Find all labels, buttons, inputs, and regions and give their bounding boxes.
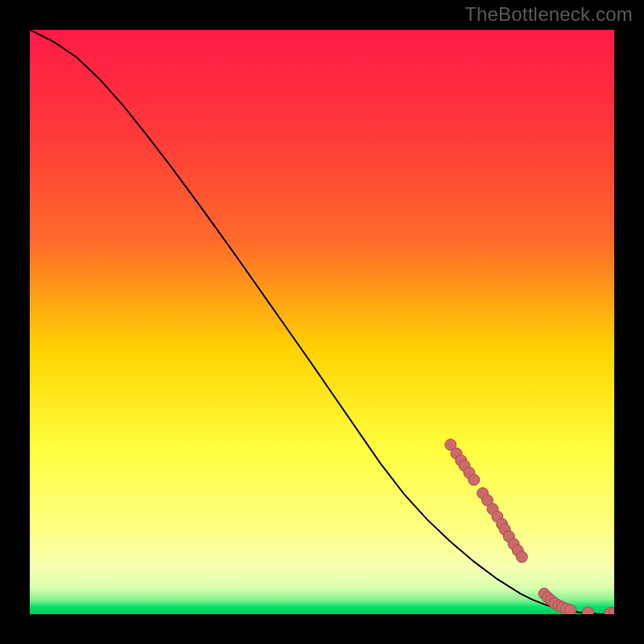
data-point [582, 607, 593, 614]
bottleneck-chart [30, 30, 614, 614]
gradient-background [30, 30, 614, 614]
plot-area [30, 30, 614, 614]
chart-frame: TheBottleneck.com [0, 0, 644, 644]
data-point [565, 605, 576, 614]
watermark-label: TheBottleneck.com [464, 3, 633, 26]
data-point [516, 551, 527, 563]
data-point [469, 474, 480, 485]
